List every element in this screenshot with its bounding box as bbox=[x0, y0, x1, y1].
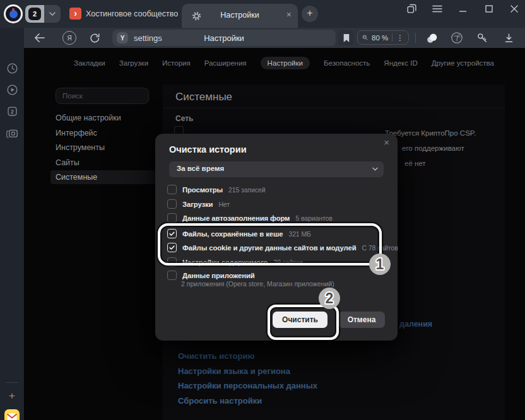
checkbox-label: Загрузки bbox=[182, 201, 213, 208]
zoom-out-icon[interactable] bbox=[362, 33, 368, 42]
divider bbox=[415, 33, 416, 43]
tab-close-icon[interactable]: × bbox=[286, 9, 292, 20]
palm-extension-icon[interactable] bbox=[448, 29, 466, 47]
highlight-step1 bbox=[158, 223, 382, 265]
plus-icon: + bbox=[9, 390, 15, 401]
tab-active-settings[interactable]: Настройки × bbox=[182, 4, 298, 28]
bookmark-icon[interactable] bbox=[338, 30, 354, 45]
checkbox-detail: 215 записей bbox=[228, 186, 266, 194]
settings-nav: ЗакладкиЗагрузкиИсторияРасширенияНастрой… bbox=[43, 57, 525, 69]
new-tab-button[interactable]: + bbox=[302, 6, 318, 22]
settings-link[interactable]: Настройки персональных данных bbox=[178, 381, 317, 390]
play-icon[interactable] bbox=[6, 83, 18, 96]
refresh-icon[interactable] bbox=[86, 29, 103, 47]
settings-link[interactable]: Настройки языка и региона bbox=[178, 366, 290, 376]
zoom-level: 80 % bbox=[372, 34, 388, 42]
yandex-mail-icon[interactable] bbox=[4, 409, 20, 420]
tab-list-dropdown[interactable] bbox=[44, 5, 61, 23]
dialog-checkbox-row[interactable]: Данные автозаполнения форм5 вариантов bbox=[167, 213, 391, 223]
add-panel-button[interactable]: + bbox=[6, 389, 18, 402]
sidebar-rail: 2 + ••• bbox=[0, 28, 24, 420]
nav-tab[interactable]: Другие устройства bbox=[432, 59, 494, 67]
background-text-fragment: её нет bbox=[404, 160, 426, 167]
toolbar: Я Y settings Настройки 80 % ⋮ bbox=[24, 28, 525, 48]
titlebar: 2 › Хостинговое сообщество Настройки × + bbox=[0, 0, 525, 28]
checkbox-label: Просмотры bbox=[182, 186, 223, 194]
divider bbox=[163, 108, 505, 108]
profile-icon[interactable]: Я bbox=[61, 29, 78, 47]
checkbox-detail: Нет bbox=[218, 201, 230, 208]
checkbox-unchecked[interactable] bbox=[167, 213, 177, 223]
minimize-button[interactable] bbox=[453, 0, 472, 17]
step-badge-1: 1 bbox=[369, 254, 391, 275]
nav-tab[interactable]: Расширения bbox=[204, 59, 247, 67]
zoom-control[interactable]: 80 % ⋮ bbox=[357, 30, 409, 45]
tab-counter[interactable]: 2 bbox=[25, 5, 44, 23]
address-bar[interactable]: Y settings Настройки bbox=[112, 30, 336, 46]
checkbox-unchecked[interactable] bbox=[167, 185, 177, 194]
menu-icon[interactable] bbox=[428, 0, 447, 17]
divider bbox=[6, 382, 18, 383]
nav-tab[interactable]: История bbox=[162, 59, 191, 67]
checkbox-detail: 5 вариантов bbox=[295, 214, 332, 222]
divider bbox=[392, 33, 392, 42]
sidebar-item[interactable]: Инструменты bbox=[50, 141, 155, 155]
settings-link[interactable]: Сбросить настройки bbox=[178, 396, 262, 405]
sidebar-item[interactable]: Общие настройки bbox=[50, 111, 155, 125]
tab1-favicon-icon: › bbox=[69, 8, 81, 20]
svg-text:2: 2 bbox=[326, 290, 334, 306]
camera-icon[interactable] bbox=[6, 127, 18, 139]
tab-inactive[interactable]: Хостинговое сообщество bbox=[86, 9, 178, 18]
checkbox-label: Данные автозаполнения форм bbox=[182, 214, 290, 222]
nav-tab[interactable]: Яндекс ID bbox=[384, 59, 417, 67]
tab-title: Настройки bbox=[182, 11, 298, 20]
page-title: Системные bbox=[175, 91, 232, 103]
sidebar-item[interactable]: Сайты bbox=[50, 156, 155, 170]
close-button[interactable] bbox=[505, 0, 524, 17]
blob-extension-icon[interactable] bbox=[423, 29, 440, 47]
step-badge-2: 2 bbox=[319, 288, 340, 309]
browser-logo-icon[interactable] bbox=[4, 4, 23, 23]
search-input[interactable] bbox=[56, 88, 161, 103]
side-panels-icon[interactable] bbox=[402, 0, 421, 17]
highlight-step2 bbox=[268, 305, 339, 340]
cancel-button[interactable]: Отмена bbox=[338, 312, 385, 328]
dialog-checkbox-row[interactable]: ЗагрузкиНет bbox=[167, 199, 391, 209]
sidebar-search[interactable] bbox=[56, 88, 149, 104]
key-extension-icon[interactable] bbox=[473, 29, 491, 47]
history-icon[interactable] bbox=[6, 62, 18, 74]
nav-tab[interactable]: Настройки bbox=[261, 57, 310, 69]
background-text-fragment: даления bbox=[399, 320, 432, 329]
dialog-checkbox-row[interactable]: Просмотры215 записей bbox=[167, 184, 391, 195]
dialog-checkbox-row[interactable]: Данные приложений bbox=[167, 270, 391, 281]
zoom-menu-icon[interactable]: ⋮ bbox=[396, 34, 404, 42]
tab-count-badge: 2 bbox=[28, 8, 41, 20]
tabs-icon[interactable]: 2 bbox=[6, 105, 18, 117]
svg-text:1: 1 bbox=[376, 256, 384, 272]
maximize-button[interactable] bbox=[480, 0, 498, 17]
nav-tab[interactable]: Безопасность bbox=[324, 59, 370, 67]
profile-letter: Я bbox=[67, 35, 71, 42]
settings-link[interactable]: Очистить историю bbox=[178, 351, 255, 361]
chevron-down-icon bbox=[49, 12, 56, 16]
nav-tab[interactable]: Загрузки bbox=[119, 59, 148, 67]
back-button[interactable] bbox=[31, 29, 49, 47]
sidebar-item[interactable]: Интерфейс bbox=[50, 126, 155, 140]
sidebar-item[interactable]: Системные bbox=[50, 170, 155, 184]
background-text-fragment: Требуется КриптоПро CSP. bbox=[385, 129, 476, 137]
download-icon[interactable] bbox=[500, 29, 517, 47]
address-bar-page-title: Настройки bbox=[112, 33, 336, 43]
checkbox-unchecked[interactable] bbox=[167, 271, 177, 280]
section-title: Сеть bbox=[175, 114, 193, 123]
svg-text:2: 2 bbox=[11, 108, 14, 114]
checkbox-unchecked[interactable] bbox=[167, 199, 177, 209]
checkbox-sublabel: 2 приложения (Opera store, Магазин прило… bbox=[181, 280, 334, 288]
checkbox-label: Данные приложений bbox=[182, 272, 255, 279]
nav-tab[interactable]: Закладки bbox=[74, 59, 105, 67]
background-text-fragment: его поддерживают bbox=[402, 144, 464, 152]
tab-counter-control[interactable]: 2 bbox=[25, 5, 61, 23]
